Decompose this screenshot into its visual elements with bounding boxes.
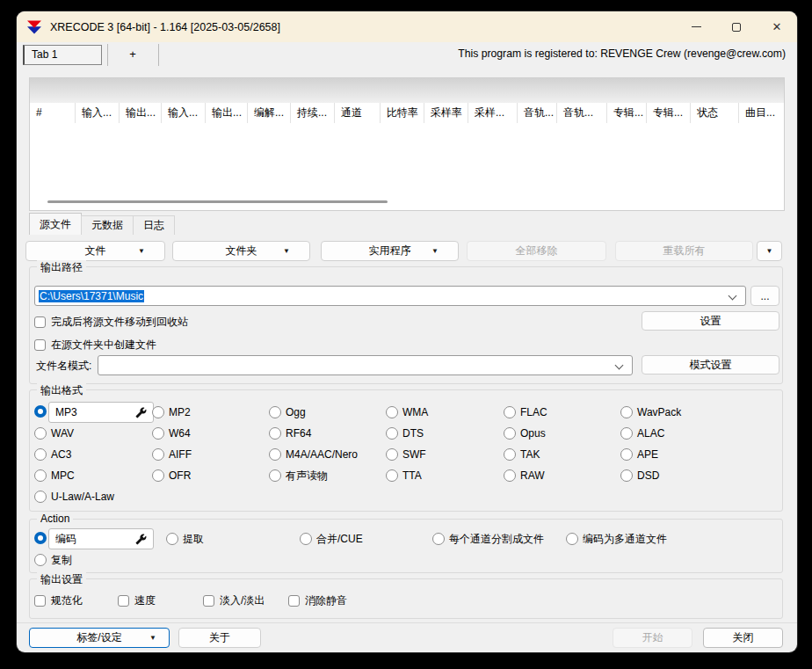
radio-wma[interactable]: WMA <box>386 405 428 419</box>
settings-button[interactable]: 设置 <box>642 311 779 331</box>
radio-icon <box>152 406 164 418</box>
file-list-body[interactable] <box>30 123 784 197</box>
action-group-label: Action <box>37 513 73 525</box>
radio-encode-multichannel[interactable]: 编码为多通道文件 <box>566 532 667 546</box>
fade-checkbox[interactable]: 淡入/淡出 <box>203 593 265 607</box>
pattern-settings-button[interactable]: 模式设置 <box>642 355 779 374</box>
chevron-down-icon[interactable] <box>615 361 624 370</box>
move-to-recycle-checkbox[interactable]: 完成后将源文件移动到回收站 <box>34 315 188 329</box>
file-dropdown-button[interactable]: 文件 ▼ <box>25 241 165 261</box>
chevron-down-icon[interactable] <box>729 292 737 301</box>
tab-metadata[interactable]: 元数据 <box>81 215 134 235</box>
mp3-format-box[interactable]: MP3 <box>48 402 154 423</box>
wrench-icon[interactable] <box>135 534 147 545</box>
radio-label: DTS <box>402 427 424 440</box>
radio-ogg[interactable]: Ogg <box>269 405 306 419</box>
add-tab-button[interactable]: + <box>108 45 157 65</box>
checkbox-icon <box>118 595 129 607</box>
radio-wavpack[interactable]: WavPack <box>620 405 681 419</box>
column-header-album2[interactable]: 专辑... <box>647 103 691 123</box>
radio-m4a-aac-nero[interactable]: M4A/AAC/Nero <box>269 447 358 462</box>
radio-encode-selected[interactable] <box>34 532 47 544</box>
column-header-codec[interactable]: 编解... <box>248 103 291 123</box>
encode-action-box[interactable]: 编码 <box>48 528 154 549</box>
radio-dsd[interactable]: DSD <box>620 469 659 483</box>
radio-w64[interactable]: W64 <box>152 426 191 440</box>
radio-merge-cue[interactable]: 合并/CUE <box>300 532 363 546</box>
radio-mp2[interactable]: MP2 <box>152 405 191 419</box>
radio-ac3[interactable]: AC3 <box>34 447 71 462</box>
close-dialog-button[interactable]: 关闭 <box>703 628 783 648</box>
radio-raw[interactable]: RAW <box>504 469 545 483</box>
browse-button[interactable]: ... <box>750 286 779 306</box>
tab-1[interactable]: Tab 1 <box>23 45 102 65</box>
wrench-icon[interactable] <box>135 407 147 418</box>
column-header-sample[interactable]: 采样... <box>468 103 518 123</box>
column-header-channels[interactable]: 通道 <box>335 103 381 123</box>
more-actions-dropdown-button[interactable]: ▼ <box>757 241 782 261</box>
tab-source-files[interactable]: 源文件 <box>29 213 82 235</box>
column-header-track2[interactable]: 音轨... <box>557 103 607 123</box>
radio-flac[interactable]: FLAC <box>504 405 547 419</box>
radio-tak[interactable]: TAK <box>504 447 540 462</box>
radio-icon <box>34 448 47 461</box>
radio-ofr[interactable]: OFR <box>152 469 191 483</box>
radio-tta[interactable]: TTA <box>386 469 422 483</box>
column-header-input[interactable]: 输入... <box>76 103 120 123</box>
radio-icon <box>269 427 281 440</box>
column-header-bitrate[interactable]: 比特率 <box>381 103 424 123</box>
output-path-group: 输出路径 C:\Users\17371\Music ... 完成后将源文件移动到… <box>29 266 783 384</box>
checkbox-icon <box>34 316 46 328</box>
radio-opus[interactable]: Opus <box>504 426 546 440</box>
column-header-output2[interactable]: 输出... <box>206 103 248 123</box>
radio-ape[interactable]: APE <box>620 447 658 462</box>
remove-all-label: 全部移除 <box>516 244 558 258</box>
radio-label: 编码为多通道文件 <box>583 532 667 547</box>
tags-settings-dropdown-button[interactable]: 标签/设定 ▼ <box>29 628 170 648</box>
column-header-input2[interactable]: 输入... <box>162 103 206 123</box>
maximize-button[interactable] <box>716 11 757 42</box>
remove-silence-checkbox[interactable]: 消除静音 <box>288 593 347 607</box>
minimize-button[interactable] <box>676 11 716 42</box>
about-button[interactable]: 关于 <box>178 628 261 648</box>
start-button[interactable]: 开始 <box>613 628 692 648</box>
filename-pattern-combo[interactable] <box>98 355 633 375</box>
reload-all-button[interactable]: 重载所有 <box>615 241 753 261</box>
normalize-checkbox[interactable]: 规范化 <box>34 593 83 607</box>
radio-audiobook[interactable]: 有声读物 <box>269 469 328 483</box>
folder-dropdown-button[interactable]: 文件夹 ▼ <box>172 241 310 261</box>
radio-split-channels[interactable]: 每个通道分割成文件 <box>432 532 544 546</box>
output-path-input[interactable]: C:\Users\17371\Music <box>34 286 746 306</box>
create-in-source-checkbox[interactable]: 在源文件夹中创建文件 <box>34 338 156 352</box>
tab-log[interactable]: 日志 <box>133 215 175 235</box>
column-header-duration[interactable]: 持续... <box>291 103 335 123</box>
column-header-album[interactable]: 专辑... <box>607 103 647 123</box>
column-header-output[interactable]: 输出... <box>120 103 162 123</box>
close-button[interactable]: ✕ <box>757 11 797 42</box>
radio-alac[interactable]: ALAC <box>620 426 664 440</box>
radio-copy[interactable]: 复制 <box>34 553 72 567</box>
radio-icon <box>386 469 398 482</box>
fade-label: 淡入/淡出 <box>220 593 265 608</box>
column-header-index[interactable]: # <box>30 103 76 123</box>
utilities-dropdown-button[interactable]: 实用程序 ▼ <box>321 241 459 261</box>
remove-all-button[interactable]: 全部移除 <box>467 241 606 261</box>
radio-icon <box>504 469 516 482</box>
column-header-title[interactable]: 曲目... <box>739 103 785 123</box>
radio-ulaw-alaw[interactable]: U-Law/A-Law <box>34 490 114 504</box>
radio-rf64[interactable]: RF64 <box>269 426 311 440</box>
radio-label: 每个通道分割成文件 <box>449 532 544 547</box>
radio-aiff[interactable]: AIFF <box>152 447 192 462</box>
column-header-samplerate[interactable]: 采样率 <box>424 103 468 123</box>
radio-wav[interactable]: WAV <box>34 426 74 440</box>
column-header-track[interactable]: 音轨... <box>518 103 557 123</box>
radio-extract[interactable]: 提取 <box>166 532 204 546</box>
radio-mpc[interactable]: MPC <box>34 469 75 483</box>
radio-swf[interactable]: SWF <box>386 447 426 462</box>
speed-checkbox[interactable]: 速度 <box>118 593 156 607</box>
dropdown-arrow-icon: ▼ <box>138 247 145 255</box>
radio-dts[interactable]: DTS <box>386 426 424 440</box>
horizontal-scrollbar-thumb[interactable] <box>47 200 388 203</box>
radio-mp3-selected[interactable] <box>34 405 47 418</box>
column-header-status[interactable]: 状态 <box>691 103 739 123</box>
